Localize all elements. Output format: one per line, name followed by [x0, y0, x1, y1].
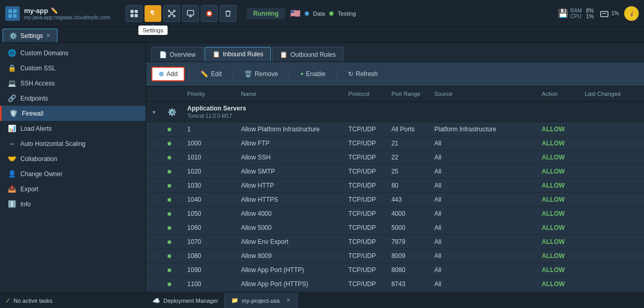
row-empty	[146, 193, 162, 207]
nodes-icon[interactable]	[163, 5, 180, 22]
flag-icon: 🇺🇸	[290, 8, 301, 18]
desktop-icon[interactable]	[182, 5, 199, 22]
enable-label: Enable	[306, 70, 325, 78]
add-button[interactable]: ⊕ Add	[151, 67, 185, 81]
grid-icon[interactable]	[126, 5, 142, 22]
table-row[interactable]: 1070 Allow Env Export TCP/UDP 7979 All A…	[146, 235, 644, 249]
project-tab[interactable]: 📁 my-project-usa ✕	[224, 293, 297, 308]
tab-overview[interactable]: 📄 Overview	[151, 47, 204, 61]
table-row[interactable]: 1010 Allow SSH TCP/UDP 22 All ALLOW	[146, 151, 644, 165]
sidebar-item-custom-domains[interactable]: 🌐 Custom Domains	[0, 45, 146, 60]
coin-icon[interactable]: 💰	[624, 6, 639, 21]
sidebar-item-collaboration[interactable]: 🤝 Collaboration	[0, 151, 146, 166]
remove-label: Remove	[255, 70, 278, 78]
row-name: Allow HTTPS	[236, 193, 343, 207]
sidebar-item-endpoints[interactable]: 🔗 Endpoints	[0, 91, 146, 106]
stop-icon[interactable]	[201, 5, 218, 22]
enable-dot: •	[301, 69, 304, 79]
table-row[interactable]: 1040 Allow HTTPS TCP/UDP 443 All ALLOW	[146, 193, 644, 207]
col-priority-header: Priority	[182, 87, 236, 102]
active-dot	[168, 268, 171, 272]
edit-button[interactable]: ✏️ Edit	[194, 67, 229, 81]
row-last-changed	[579, 249, 644, 263]
group-expand[interactable]: ▼	[146, 102, 162, 123]
row-protocol: TCP/UDP	[343, 277, 386, 291]
sidebar-item-change-owner[interactable]: 👤 Change Owner	[0, 166, 146, 181]
active-dot	[168, 142, 171, 145]
inbound-tab-icon: 📋	[212, 51, 220, 58]
table-row[interactable]: 1050 Allow 4000 TCP/UDP 4000 All ALLOW	[146, 207, 644, 221]
deployment-icon: ☁️	[152, 297, 160, 304]
table-row[interactable]: 1030 Allow HTTP TCP/UDP 80 All ALLOW	[146, 179, 644, 193]
ram-cpu-section: 💾 RAM 8% CPU 1%	[558, 8, 594, 19]
row-status-dot	[162, 235, 182, 249]
table-row[interactable]: 1080 Allow 8009 TCP/UDP 8009 All ALLOW	[146, 249, 644, 263]
table-row[interactable]: 1100 Allow App Port (HTTPS) TCP/UDP 8743…	[146, 277, 644, 291]
table-row[interactable]: 1090 Allow App Port (HTTP) TCP/UDP 8080 …	[146, 263, 644, 277]
table-row[interactable]: 65535 Deny All Inbound TCP/UDP All Ports…	[146, 291, 644, 293]
active-dot	[168, 198, 171, 202]
table-row[interactable]: 1000 Allow FTP TCP/UDP 21 All ALLOW	[146, 137, 644, 151]
collaboration-label: Collaboration	[20, 155, 57, 163]
row-priority: 1090	[182, 263, 236, 277]
settings-tab-close[interactable]: ✕	[46, 32, 51, 39]
sidebar-item-export[interactable]: 📤 Export	[0, 181, 146, 196]
sidebar-item-firewall[interactable]: 🛡️ Firewall	[0, 106, 146, 121]
auto-scaling-label: Auto Horizontal Scaling	[20, 140, 86, 147]
ssh-icon: 💻	[8, 79, 16, 87]
sidebar-item-custom-ssl[interactable]: 🔒 Custom SSL	[0, 60, 146, 76]
sidebar-item-load-alerts[interactable]: 📊 Load Alerts	[0, 121, 146, 136]
row-name: Allow SMTP	[236, 165, 343, 179]
load-alerts-icon: 📊	[8, 125, 16, 132]
firewall-icon: 🛡️	[9, 109, 18, 117]
refresh-button[interactable]: ↻ Refresh	[341, 67, 385, 81]
tab-outbound-rules[interactable]: 📋 Outbound Rules	[272, 47, 343, 61]
table-row[interactable]: 1060 Allow 5000 TCP/UDP 5000 All ALLOW	[146, 221, 644, 235]
row-protocol: TCP/UDP	[343, 235, 386, 249]
active-dot	[168, 282, 171, 286]
table-row[interactable]: 1 Allow Platform Infrastructure TCP/UDP …	[146, 122, 644, 137]
row-empty	[146, 291, 162, 293]
row-action: ALLOW	[536, 122, 579, 137]
row-priority: 1010	[182, 151, 236, 165]
svg-rect-4	[130, 10, 134, 13]
load-alerts-label: Load Alerts	[20, 125, 52, 132]
row-protocol: TCP/UDP	[343, 137, 386, 151]
sidebar-item-info[interactable]: ℹ️ Info	[0, 196, 146, 212]
row-last-changed	[579, 263, 644, 277]
col-lastchanged-header: Last Changed	[579, 87, 644, 102]
deployment-manager-tab[interactable]: ☁️ Deployment Manager	[146, 293, 224, 308]
enable-button[interactable]: • Enable	[294, 66, 332, 82]
active-dot	[168, 226, 171, 230]
table-row[interactable]: 1020 Allow SMTP TCP/UDP 25 All ALLOW	[146, 165, 644, 179]
tab-inbound-rules[interactable]: 📋 Inbound Rules	[205, 47, 271, 61]
row-last-changed	[579, 193, 644, 207]
row-priority: 1080	[182, 249, 236, 263]
settings-icon[interactable]: Settings	[145, 5, 161, 22]
delete-icon[interactable]	[220, 5, 236, 22]
svg-rect-0	[8, 9, 12, 13]
sidebar-item-auto-scaling[interactable]: ↔️ Auto Horizontal Scaling	[0, 136, 146, 151]
row-empty	[146, 137, 162, 151]
row-empty	[146, 277, 162, 291]
ram-pct: 8%	[586, 8, 593, 14]
row-empty	[146, 263, 162, 277]
project-tab-close[interactable]: ✕	[286, 297, 291, 304]
row-status-dot	[162, 221, 182, 235]
active-dot	[168, 128, 171, 131]
row-source: All	[429, 193, 536, 207]
row-protocol: TCP/UDP	[343, 221, 386, 235]
storage-pct: 1%	[612, 10, 619, 16]
row-source: All	[429, 291, 536, 293]
edit-icon[interactable]: ✏️	[51, 7, 58, 14]
row-last-changed	[579, 235, 644, 249]
row-priority: 1000	[182, 137, 236, 151]
sidebar-item-ssh-access[interactable]: 💻 SSH Access	[0, 76, 146, 91]
row-empty	[146, 249, 162, 263]
row-protocol: TCP/UDP	[343, 122, 386, 137]
toolbar-icons: Settings	[126, 5, 236, 22]
row-status-dot	[162, 151, 182, 165]
remove-button[interactable]: 🗑️ Remove	[237, 67, 285, 81]
row-status-dot	[162, 122, 182, 137]
settings-tab[interactable]: ⚙️ Settings ✕	[3, 29, 57, 42]
